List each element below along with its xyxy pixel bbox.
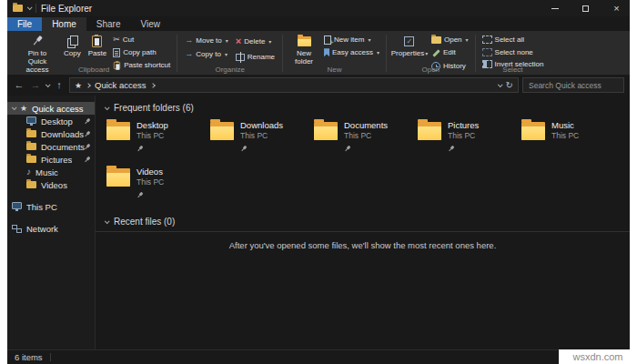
sidebar-item-desktop[interactable]: Desktop xyxy=(7,115,95,127)
folder-tile-documents[interactable]: Documents This PC xyxy=(314,120,412,157)
folder-tile-desktop[interactable]: Desktop This PC xyxy=(106,120,205,157)
button-label: Select all xyxy=(495,35,524,45)
button-label: Move to xyxy=(196,36,221,45)
up-button[interactable] xyxy=(53,80,66,90)
rename-icon xyxy=(236,54,245,61)
recent-locations-chevron-icon[interactable] xyxy=(46,82,51,87)
folder-tile-pictures[interactable]: Pictures This PC xyxy=(418,120,516,157)
copy-to-button[interactable]: Copy to xyxy=(182,48,230,60)
sidebar-item-label: Quick access xyxy=(32,104,84,114)
minimize-icon xyxy=(551,8,559,9)
status-bar: 6 items xyxy=(7,349,630,364)
button-label: Copy to xyxy=(196,50,221,58)
folder-icon xyxy=(314,122,338,140)
delete-button[interactable]: Delete xyxy=(233,35,278,48)
sidebar-item-this-pc[interactable]: This PC xyxy=(7,200,95,213)
select-none-button[interactable]: Select none xyxy=(480,47,546,58)
open-button[interactable]: Open xyxy=(430,35,470,46)
main-area: Quick access Desktop Downloads Documents… xyxy=(7,96,630,349)
pin-icon xyxy=(135,190,145,200)
move-to-button[interactable]: Move to xyxy=(182,35,230,46)
folder-tile-music[interactable]: Music This PC xyxy=(521,120,620,157)
address-history-chevron-icon[interactable] xyxy=(497,82,502,87)
new-item-button[interactable]: New item xyxy=(322,35,381,46)
search-input[interactable] xyxy=(527,80,620,91)
folder-icon xyxy=(106,168,130,187)
address-breadcrumb[interactable]: Quick access xyxy=(69,77,519,93)
documents-icon xyxy=(26,143,36,150)
properties-button[interactable]: Properties xyxy=(391,33,428,59)
tab-home[interactable]: Home xyxy=(42,17,86,31)
sidebar-spacer xyxy=(7,191,95,200)
tab-share[interactable]: Share xyxy=(86,17,131,31)
tile-location: This PC xyxy=(448,131,479,140)
tab-file[interactable]: File xyxy=(7,17,42,31)
sidebar-item-videos[interactable]: Videos xyxy=(7,178,95,191)
expand-chevron-icon[interactable] xyxy=(12,105,17,110)
new-folder-button[interactable]: New folder xyxy=(288,33,320,67)
sidebar-spacer xyxy=(7,213,95,222)
recent-files-header[interactable]: Recent files (0) xyxy=(96,212,630,229)
paste-icon xyxy=(92,35,102,47)
network-icon xyxy=(12,225,22,233)
titlebar-divider xyxy=(35,4,36,13)
pictures-icon xyxy=(26,156,36,163)
pin-icon xyxy=(82,155,92,165)
back-button[interactable] xyxy=(13,80,25,90)
sidebar-item-pictures[interactable]: Pictures xyxy=(7,153,95,166)
tile-location: This PC xyxy=(240,131,283,140)
group-label-select: Select xyxy=(476,66,551,74)
music-note-icon xyxy=(26,167,31,177)
edit-button[interactable]: Edit xyxy=(430,47,470,59)
sidebar-item-label: Pictures xyxy=(41,155,72,165)
button-label: Properties xyxy=(391,49,424,57)
paste-button[interactable]: Paste xyxy=(86,33,109,59)
button-label: New item xyxy=(334,35,364,45)
cut-button[interactable]: Cut xyxy=(111,35,172,46)
section-divider xyxy=(96,231,630,232)
sidebar-item-network[interactable]: Network xyxy=(7,222,95,235)
rename-button[interactable]: Rename xyxy=(233,50,278,63)
button-label: Delete xyxy=(244,37,265,46)
tile-name: Music xyxy=(551,120,579,130)
sidebar-item-music[interactable]: Music xyxy=(7,166,95,178)
refresh-icon[interactable] xyxy=(506,81,513,90)
tile-name: Downloads xyxy=(240,120,283,130)
pin-icon xyxy=(238,144,248,154)
downloads-icon xyxy=(26,130,36,137)
sidebar-item-documents[interactable]: Documents xyxy=(7,140,95,153)
frequent-folders-header[interactable]: Frequent folders (6) xyxy=(96,98,630,116)
app-icon xyxy=(13,5,23,12)
quick-access-toolbar-chevron-icon[interactable] xyxy=(27,5,33,10)
select-all-button[interactable]: Select all xyxy=(480,35,546,46)
copy-path-button[interactable]: Copy path xyxy=(111,47,172,58)
tile-location: This PC xyxy=(344,131,388,140)
forward-button[interactable] xyxy=(29,80,42,90)
quick-access-icon xyxy=(20,104,27,113)
folder-tile-downloads[interactable]: Downloads This PC xyxy=(210,120,308,157)
tab-view[interactable]: View xyxy=(131,17,171,31)
easy-access-button[interactable]: Easy access xyxy=(322,47,381,58)
tile-name: Documents xyxy=(344,120,388,130)
maximize-button[interactable] xyxy=(572,0,599,16)
breadcrumb-chevron-icon[interactable] xyxy=(86,83,91,88)
collapse-chevron-icon[interactable] xyxy=(105,218,110,224)
sidebar-item-quick-access[interactable]: Quick access xyxy=(7,102,95,115)
chevron-down-icon xyxy=(268,37,271,46)
tile-name: Desktop xyxy=(136,120,168,130)
breadcrumb-chevron-icon[interactable] xyxy=(150,83,156,88)
close-button[interactable]: × xyxy=(603,0,630,16)
ribbon-group-open: Properties Open Edit History xyxy=(387,32,475,75)
breadcrumb-item[interactable]: Quick access xyxy=(95,80,147,90)
collapse-chevron-icon[interactable] xyxy=(105,105,110,110)
copy-button[interactable]: Copy xyxy=(61,33,84,59)
easy-access-icon xyxy=(324,48,329,56)
search-box[interactable] xyxy=(522,77,624,93)
copy-to-icon xyxy=(185,50,193,58)
button-label: Select none xyxy=(495,48,533,57)
folder-tile-videos[interactable]: Videos This PC xyxy=(106,167,205,203)
sidebar-item-downloads[interactable]: Downloads xyxy=(7,127,95,140)
minimize-button[interactable] xyxy=(541,0,568,16)
maximize-icon xyxy=(582,5,589,12)
select-none-icon xyxy=(482,48,492,56)
